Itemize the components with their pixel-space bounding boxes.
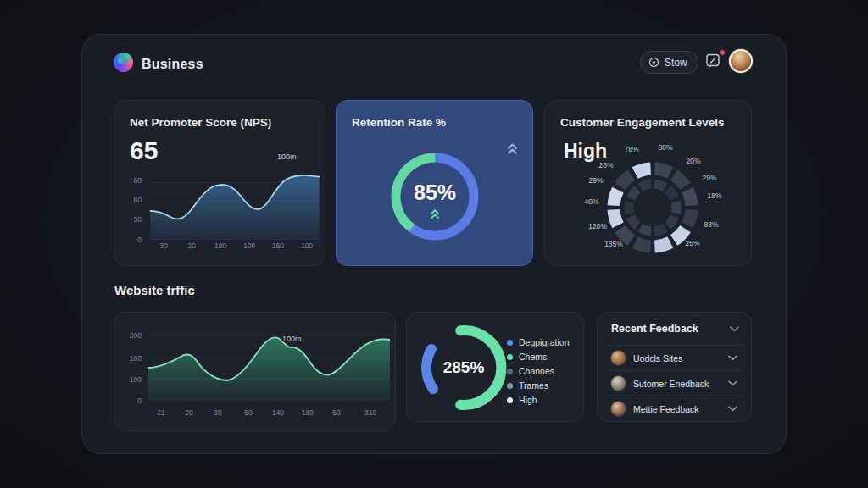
user-avatar[interactable] [729, 49, 753, 73]
traffic-y-tick: 200 [121, 331, 142, 340]
traffic-area [148, 337, 390, 400]
ring-segment [631, 190, 637, 199]
feedback-item[interactable]: Sutomer Enedback [606, 370, 743, 396]
ring-segment [640, 184, 651, 187]
feedback-header[interactable]: Recent Feedback [611, 323, 739, 335]
feedback-avatar [611, 402, 626, 416]
notification-badge [719, 49, 726, 56]
nps-x-tick: 100 [301, 241, 313, 250]
ring-segment [635, 169, 650, 173]
ring-segment [674, 175, 686, 186]
feedback-item-label: Sutomer Enedback [633, 379, 721, 389]
ring-segment [620, 229, 632, 241]
ring-segment [654, 169, 670, 173]
compose-icon [705, 53, 721, 69]
traffic-y-tick: 100 [121, 354, 142, 363]
legend-item[interactable]: High [507, 394, 537, 406]
chevron-down-icon [728, 406, 737, 412]
legend-dot [507, 354, 513, 360]
nps-area [150, 175, 319, 240]
chevron-down-icon [728, 380, 737, 386]
engagement-label: 40% [584, 197, 598, 206]
ring-segment [668, 216, 675, 225]
gauge-arc-blue [426, 349, 433, 389]
nps-y-tick: 60 [121, 196, 142, 204]
ring-segment [631, 216, 637, 225]
feedback-item-label: Uodcls Sites [633, 353, 721, 363]
ring-segment [654, 184, 665, 187]
engagement-level: High [564, 140, 607, 163]
ring-segment [635, 242, 650, 247]
traffic-x-tick: 140 [272, 408, 284, 417]
engagement-label: 18% [707, 191, 721, 200]
engagement-label: 29% [588, 176, 603, 185]
legend-label: Chems [519, 352, 547, 362]
nps-y-tick: 0 [121, 236, 142, 244]
engagement-label: 20% [686, 157, 700, 165]
ring-segment [629, 202, 630, 214]
nps-x-tick: 100 [243, 241, 255, 250]
legend-item[interactable]: Degpigration [507, 336, 570, 348]
feedback-avatar [611, 351, 626, 365]
feedback-card: Recent Feedback Uodcls Sites Sutomer Ene… [597, 312, 752, 422]
nps-y-tick: 50 [121, 215, 142, 224]
double-chevron-up-icon [506, 141, 519, 156]
notifications-button[interactable] [705, 53, 723, 69]
feedback-item[interactable]: Uodcls Sites [606, 345, 743, 370]
feedback-avatar [611, 376, 626, 391]
engagement-label: 120% [588, 222, 607, 230]
feedback-item[interactable]: Mettie Feedback [606, 396, 743, 421]
legend-dot [507, 340, 513, 346]
legend-label: High [519, 395, 537, 405]
retention-value-wrap: 85% [414, 180, 456, 205]
nps-line-chart [147, 171, 323, 249]
retention-card-title: Retention Rate % [352, 116, 446, 129]
engagement-label: 78% [624, 145, 638, 153]
engagement-label: 88% [704, 220, 718, 229]
stow-button[interactable]: Stow [640, 51, 698, 74]
feedback-title: Recent Feedback [611, 323, 698, 335]
engagement-label: 88% [658, 143, 672, 152]
legend-label: Trames [519, 380, 548, 391]
feedback-item-label: Mettie Feedback [633, 404, 721, 414]
ring-segment [668, 190, 675, 199]
nps-value: 65 [130, 136, 158, 165]
nps-annotation: 100m [277, 152, 297, 161]
nps-card: Net Promoter Score (NPS) 65 60 60 50 0 1… [114, 100, 326, 266]
chevron-down-icon [728, 355, 737, 361]
engagement-label: 25% [685, 239, 699, 247]
engagement-card: Customer Engagement Levels High 78% 88% … [544, 100, 752, 266]
target-icon [648, 57, 659, 68]
legend-item[interactable]: Chems [507, 351, 547, 363]
nps-x-tick: 160 [272, 241, 284, 250]
legend-dot [507, 369, 513, 374]
chevron-down-icon [730, 326, 739, 332]
ring-segment [687, 190, 692, 205]
app-title: Business [142, 57, 203, 72]
ring-segment [654, 242, 670, 247]
legend-dot [507, 397, 513, 403]
legend-item[interactable]: Channes [507, 365, 554, 377]
legend-dot [507, 383, 513, 389]
traffic-x-tick: 21 [157, 408, 164, 417]
legend-label: Degpigration [519, 337, 570, 347]
ring-segment [620, 175, 632, 186]
ring-segment [614, 190, 618, 205]
nps-x-tick: 30 [159, 241, 167, 250]
engagement-label: 185% [604, 240, 623, 248]
nps-x-tick: 20 [187, 241, 195, 250]
traffic-x-tick: 30 [214, 408, 221, 417]
nps-card-title: Net Promoter Score (NPS) [130, 116, 271, 129]
ring-segment [654, 228, 665, 231]
gauge-value-wrap: 285% [443, 358, 485, 377]
traffic-y-tick: 0 [121, 396, 142, 405]
dashboard-panel: Business Stow Net Promoter Score (NPS) 6… [81, 34, 787, 454]
traffic-annotation: 100m [282, 335, 302, 343]
stow-button-label: Stow [665, 57, 687, 69]
retention-value: 85% [414, 180, 456, 205]
retention-card[interactable]: Retention Rate % 85% [336, 100, 533, 266]
legend-item[interactable]: Trames [507, 380, 548, 391]
traffic-x-tick: 310 [364, 408, 376, 417]
legend-label: Channes [519, 366, 554, 376]
ring-segment [674, 229, 686, 241]
